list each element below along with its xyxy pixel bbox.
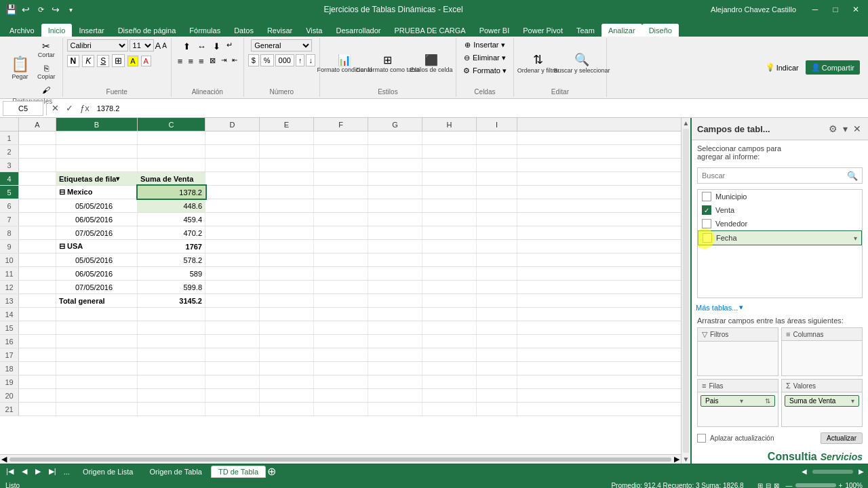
insert-function-icon[interactable]: ƒx [78, 103, 92, 113]
cell-d20[interactable] [205, 389, 260, 402]
cell-h4[interactable] [422, 172, 477, 185]
tab-diseno-pagina[interactable]: Diseño de página [111, 24, 183, 37]
undo-icon[interactable]: ↩ [20, 4, 31, 15]
indent-button[interactable]: ⇥ [219, 55, 229, 68]
decrease-font-button[interactable]: A [162, 42, 167, 49]
cell-e17[interactable] [260, 348, 314, 361]
cell-h10[interactable] [422, 253, 477, 266]
page-break-icon[interactable]: ⊠ [774, 482, 779, 489]
cell-e3[interactable] [260, 159, 314, 171]
cell-h1[interactable] [422, 131, 477, 144]
delete-cells-button[interactable]: ⊖ Eliminar ▾ [461, 52, 509, 64]
cell-h5[interactable] [422, 186, 477, 199]
col-header-e[interactable]: E [260, 118, 314, 131]
cell-g5[interactable] [368, 186, 422, 199]
cell-i10[interactable] [477, 253, 517, 266]
cell-i15[interactable] [477, 321, 517, 334]
tab-revisar[interactable]: Revisar [260, 24, 299, 37]
tab-power-pivot[interactable]: Power Pivot [516, 24, 570, 37]
cell-c16[interactable] [138, 335, 205, 348]
cell-a13[interactable] [19, 294, 56, 307]
sort-filter-button[interactable]: ⇅ Ordenar y filtrar [518, 41, 559, 85]
cell-i9[interactable] [477, 240, 517, 253]
cell-e19[interactable] [260, 375, 314, 388]
cell-d13[interactable] [205, 294, 260, 307]
tab-power-bi[interactable]: Power BI [473, 24, 517, 37]
cell-e8[interactable] [260, 226, 314, 239]
fecha-checkbox[interactable] [703, 233, 712, 243]
cell-d4[interactable] [205, 172, 260, 185]
sheet-nav-last[interactable]: ▶| [47, 467, 58, 476]
suma-venta-pill[interactable]: Suma de Venta ▾ [785, 395, 859, 407]
cell-h20[interactable] [422, 389, 477, 402]
cell-b4[interactable]: Etiquetas de fila ▾ [56, 172, 138, 185]
cell-b20[interactable] [56, 389, 138, 402]
cell-e20[interactable] [260, 389, 314, 402]
cell-a12[interactable] [19, 281, 56, 293]
cell-c6[interactable]: 448.6 [138, 199, 205, 212]
cell-a8[interactable] [19, 226, 56, 239]
cell-g18[interactable] [368, 362, 422, 375]
cell-g1[interactable] [368, 131, 422, 144]
cell-a16[interactable] [19, 335, 56, 348]
outdent-button[interactable]: ⇤ [230, 55, 239, 68]
aplazar-checkbox[interactable] [697, 434, 706, 443]
scroll-up-icon[interactable]: ▲ [682, 118, 690, 127]
cell-f17[interactable] [314, 348, 368, 361]
find-select-button[interactable]: 🔍 Buscar y seleccionar [561, 41, 602, 85]
scroll-down-icon[interactable]: ▼ [682, 454, 690, 464]
cell-a5[interactable] [19, 186, 56, 199]
bold-button[interactable]: N [67, 55, 80, 67]
cell-f20[interactable] [314, 389, 368, 402]
cell-i5[interactable] [477, 186, 517, 199]
cell-d15[interactable] [205, 321, 260, 334]
scroll-right-icon[interactable]: ▶ [674, 455, 679, 464]
cell-e11[interactable] [260, 267, 314, 280]
cell-d9[interactable] [205, 240, 260, 253]
cell-e9[interactable] [260, 240, 314, 253]
tab-datos[interactable]: Datos [227, 24, 260, 37]
cell-c4[interactable]: Suma de Venta [138, 172, 205, 185]
decrease-decimal-button[interactable]: ↓ [306, 54, 315, 66]
align-center-button[interactable]: ≡ [186, 55, 195, 68]
wrap-text-button[interactable]: ↵ [224, 39, 235, 54]
cell-i20[interactable] [477, 389, 517, 402]
cell-b21[interactable] [56, 403, 138, 415]
cell-c13[interactable]: 3145.2 [138, 294, 205, 307]
compartir-button[interactable]: 👤 Compartir [806, 60, 860, 75]
horizontal-scrollbar[interactable]: ◀ ▶ [0, 454, 681, 464]
font-family-select[interactable]: Calibri [67, 39, 128, 52]
panel-dropdown-icon[interactable]: ▾ [842, 122, 849, 136]
sheet-nav-prev[interactable]: ◀ [20, 467, 29, 476]
cell-a18[interactable] [19, 362, 56, 375]
cell-f13[interactable] [314, 294, 368, 307]
cell-e21[interactable] [260, 403, 314, 415]
cell-i21[interactable] [477, 403, 517, 415]
panel-close-icon[interactable]: ✕ [852, 122, 863, 136]
cell-f8[interactable] [314, 226, 368, 239]
cell-c15[interactable] [138, 321, 205, 334]
cell-a10[interactable] [19, 253, 56, 266]
cell-c19[interactable] [138, 375, 205, 388]
cell-c18[interactable] [138, 362, 205, 375]
cell-b8[interactable]: 07/05/2016 [56, 226, 138, 239]
number-format-select[interactable]: General [251, 39, 312, 52]
cell-d3[interactable] [205, 159, 260, 171]
cell-h15[interactable] [422, 321, 477, 334]
cell-c12[interactable]: 599.8 [138, 281, 205, 293]
pais-pill[interactable]: Pais ▾ ⇅ [701, 395, 775, 407]
cell-e16[interactable] [260, 335, 314, 348]
cell-f21[interactable] [314, 403, 368, 415]
cell-e2[interactable] [260, 145, 314, 158]
cell-a3[interactable] [19, 159, 56, 171]
col-header-d[interactable]: D [205, 118, 260, 131]
font-color-button[interactable]: A [141, 56, 151, 66]
zoom-minus[interactable]: — [786, 482, 793, 489]
cell-c14[interactable] [138, 308, 205, 321]
cell-b7[interactable]: 06/05/2016 [56, 213, 138, 226]
vendedor-checkbox[interactable] [702, 219, 711, 228]
col-header-h[interactable]: H [422, 118, 477, 131]
cell-g12[interactable] [368, 281, 422, 293]
cell-e13[interactable] [260, 294, 314, 307]
cell-i6[interactable] [477, 199, 517, 212]
